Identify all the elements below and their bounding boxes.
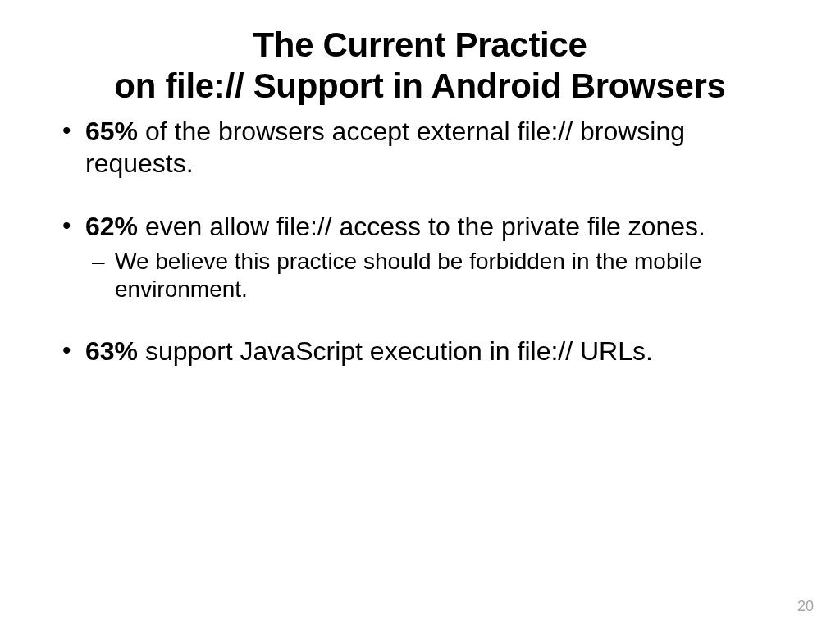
sub-bullet-list: We believe this practice should be forbi… bbox=[85, 248, 799, 304]
bullet-list: 65% of the browsers accept external file… bbox=[56, 116, 799, 367]
bullet-item: 65% of the browsers accept external file… bbox=[56, 116, 799, 180]
slide-content: 65% of the browsers accept external file… bbox=[41, 116, 799, 367]
title-line-1: The Current Practice bbox=[253, 25, 587, 64]
stat-value: 63% bbox=[85, 336, 138, 366]
bullet-text: support JavaScript execution in file:// … bbox=[138, 336, 653, 366]
page-number: 20 bbox=[797, 598, 814, 615]
stat-value: 62% bbox=[85, 212, 138, 241]
slide: The Current Practice on file:// Support … bbox=[0, 0, 840, 630]
bullet-text: even allow file:// access to the private… bbox=[138, 212, 705, 241]
bullet-item: 62% even allow file:// access to the pri… bbox=[56, 211, 799, 304]
stat-value: 65% bbox=[85, 116, 138, 146]
bullet-item: 63% support JavaScript execution in file… bbox=[56, 336, 799, 368]
bullet-text: of the browsers accept external file:// … bbox=[85, 116, 685, 178]
title-line-2: on file:// Support in Android Browsers bbox=[114, 66, 725, 105]
slide-title: The Current Practice on file:// Support … bbox=[41, 25, 799, 106]
sub-bullet-item: We believe this practice should be forbi… bbox=[85, 248, 799, 304]
sub-bullet-text: We believe this practice should be forbi… bbox=[115, 249, 701, 302]
